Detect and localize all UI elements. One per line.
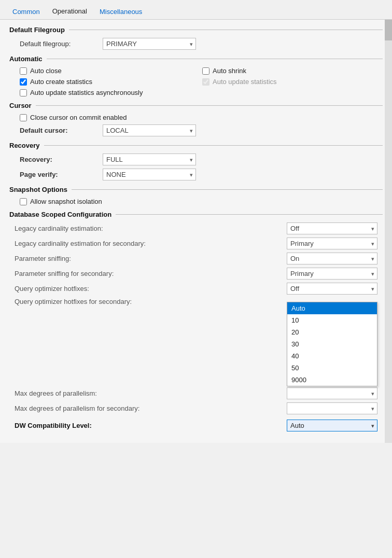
db-scoped-select-3[interactable]: Primary [287, 268, 377, 280]
automatic-checkboxes-row2: Auto create statistics Auto update stati… [9, 78, 383, 86]
checkbox-auto-shrink-label: Auto shrink [213, 67, 246, 75]
db-scoped-select-6[interactable] [287, 387, 377, 399]
db-scoped-row-5: Query optimizer hotfixes for secondary: … [9, 298, 383, 305]
db-scoped-select-1[interactable]: Primary [287, 238, 377, 249]
section-header-default-filegroup: Default Filegroup [9, 26, 383, 34]
dw-compat-label: DW Compatibility Level: [15, 422, 287, 429]
snapshot-checkbox-row: Allow snapshot isolation [9, 198, 383, 205]
cursor-checkbox-row: Close cursor on commit enabled [9, 114, 383, 121]
section-automatic: Automatic Auto close Auto shrink Auto cr… [9, 55, 383, 96]
dropdown-item-10[interactable]: 10 [287, 314, 377, 326]
section-db-scoped: Database Scoped Configuration Legacy car… [9, 211, 383, 414]
section-header-automatic: Automatic [9, 55, 383, 63]
default-cursor-row: Default cursor: LOCAL [9, 124, 383, 136]
db-scoped-select-wrapper-6 [287, 387, 377, 399]
checkbox-auto-update-async-label: Auto update statistics asynchronously [30, 89, 143, 96]
checkbox-auto-create-stats-label: Auto create statistics [30, 78, 92, 86]
db-scoped-row-0: Legacy cardinality estimation: Off [9, 222, 383, 234]
section-default-filegroup: Default Filegroup Default filegroup: PRI… [9, 26, 383, 50]
db-scoped-select-wrapper-2: On [287, 253, 377, 264]
dropdown-item-20[interactable]: 20 [287, 326, 377, 338]
checkbox-auto-create-stats-input[interactable] [20, 78, 27, 86]
checkbox-auto-close-label: Auto close [30, 67, 62, 75]
db-scoped-select-wrapper-0: Off [287, 222, 377, 234]
db-scoped-select-4[interactable]: Off [287, 283, 377, 295]
section-dw-compat: DW Compatibility Level: Auto [9, 420, 383, 431]
tab-operational[interactable]: Operational [46, 4, 93, 19]
db-scoped-select-7[interactable] [287, 402, 377, 414]
db-scoped-row-2: Parameter sniffing: On [9, 253, 383, 264]
scrollbar[interactable] [385, 20, 392, 443]
checkbox-auto-create-stats[interactable]: Auto create statistics [20, 78, 200, 86]
section-snapshot: Snapshot Options Allow snapshot isolatio… [9, 186, 383, 205]
recovery-select[interactable]: FULL [103, 154, 196, 165]
db-scoped-row-6: Max degrees of parallelism: [9, 387, 383, 399]
db-scoped-row-4: Query optimizer hotfixes: Off [9, 283, 383, 295]
checkbox-close-cursor[interactable]: Close cursor on commit enabled [20, 114, 127, 121]
db-scoped-row-3: Parameter sniffing for secondary: Primar… [9, 268, 383, 280]
page-verify-select[interactable]: NONE [103, 169, 196, 180]
checkbox-auto-close-input[interactable] [20, 67, 27, 75]
checkbox-auto-update-stats-label: Auto update statistics [213, 78, 277, 86]
db-scoped-label-6: Max degrees of parallelism: [15, 389, 287, 397]
section-cursor: Cursor Close cursor on commit enabled De… [9, 102, 383, 136]
default-filegroup-select-wrapper: PRIMARY [103, 38, 196, 50]
dw-compat-select-wrapper: Auto [287, 420, 377, 431]
dropdown-item-50[interactable]: 50 [287, 362, 377, 374]
automatic-checkboxes-row3: Auto update statistics asynchronously [9, 89, 383, 96]
checkbox-auto-shrink[interactable]: Auto shrink [202, 67, 383, 75]
db-scoped-select-wrapper-1: Primary [287, 238, 377, 249]
db-scoped-label-2: Parameter sniffing: [15, 255, 287, 262]
db-scoped-label-3: Parameter sniffing for secondary: [15, 270, 287, 277]
default-cursor-select-wrapper: LOCAL [103, 124, 196, 136]
db-scoped-select-wrapper-7 [287, 402, 377, 414]
db-scoped-label-7: Max degrees of parallelism for secondary… [15, 404, 287, 412]
dw-compat-select[interactable]: Auto [287, 420, 377, 431]
checkbox-snapshot-isolation-label: Allow snapshot isolation [30, 198, 102, 205]
section-recovery: Recovery Recovery: FULL Page verify: NON… [9, 142, 383, 180]
db-scoped-select-wrapper-4: Off [287, 283, 377, 295]
db-scoped-label-4: Query optimizer hotfixes: [15, 285, 287, 292]
dropdown-item-auto[interactable]: Auto [287, 302, 377, 314]
section-header-db-scoped: Database Scoped Configuration [9, 211, 383, 218]
page-verify-select-wrapper: NONE [103, 169, 196, 180]
db-scoped-label-1: Legacy cardinality estimation for second… [15, 240, 287, 247]
section-header-cursor: Cursor [9, 102, 383, 109]
automatic-checkboxes-row1: Auto close Auto shrink [9, 67, 383, 75]
default-cursor-label: Default cursor: [20, 127, 103, 134]
db-scoped-label-0: Legacy cardinality estimation: [15, 225, 287, 232]
db-scoped-select-wrapper-3: Primary [287, 268, 377, 280]
checkbox-close-cursor-input[interactable] [20, 114, 27, 121]
checkbox-snapshot-isolation-input[interactable] [20, 198, 27, 205]
db-scoped-row-1: Legacy cardinality estimation for second… [9, 238, 383, 249]
dropdown-item-9000[interactable]: 9000 [287, 374, 377, 386]
checkbox-auto-close[interactable]: Auto close [20, 67, 200, 75]
main-content: Default Filegroup Default filegroup: PRI… [0, 20, 392, 443]
tab-common[interactable]: Common [6, 4, 46, 19]
scrollbar-thumb[interactable] [385, 20, 392, 40]
tab-bar: Common Operational Miscellaneous [0, 0, 392, 20]
default-filegroup-row: Default filegroup: PRIMARY [9, 38, 383, 50]
default-filegroup-label: Default filegroup: [20, 40, 103, 48]
recovery-row: Recovery: FULL [9, 154, 383, 165]
dw-compat-row: DW Compatibility Level: Auto [9, 420, 383, 431]
default-filegroup-select[interactable]: PRIMARY [103, 38, 196, 50]
page-verify-label: Page verify: [20, 171, 103, 178]
dropdown-item-30[interactable]: 30 [287, 338, 377, 350]
checkbox-auto-update-stats: Auto update statistics [202, 78, 383, 86]
section-header-snapshot: Snapshot Options [9, 186, 383, 193]
default-cursor-select[interactable]: LOCAL [103, 124, 196, 136]
dropdown-item-40[interactable]: 40 [287, 350, 377, 362]
recovery-select-wrapper: FULL [103, 154, 196, 165]
checkbox-snapshot-isolation[interactable]: Allow snapshot isolation [20, 198, 102, 205]
checkbox-auto-shrink-input[interactable] [202, 67, 209, 75]
db-scoped-select-0[interactable]: Off [287, 222, 377, 234]
checkbox-auto-update-stats-input [202, 78, 209, 86]
checkbox-auto-update-async-input[interactable] [20, 89, 27, 96]
checkbox-close-cursor-label: Close cursor on commit enabled [30, 114, 127, 121]
dropdown-overlay-5: Auto 10 20 30 40 50 9000 [287, 302, 377, 386]
recovery-label: Recovery: [20, 156, 103, 163]
checkbox-auto-update-async[interactable]: Auto update statistics asynchronously [20, 89, 143, 96]
db-scoped-select-2[interactable]: On [287, 253, 377, 264]
tab-miscellaneous[interactable]: Miscellaneous [93, 4, 148, 19]
